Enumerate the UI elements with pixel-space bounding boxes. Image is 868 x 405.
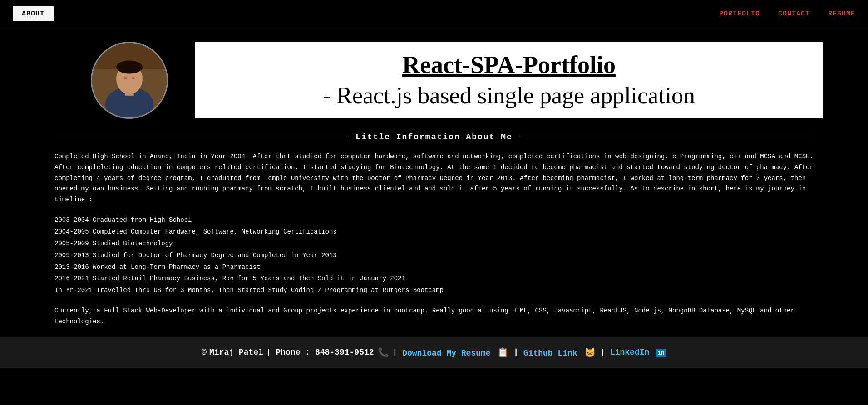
footer-phone-number: 848-391-9512: [315, 348, 374, 357]
timeline-item: 2005-2009 Studied Biotechnology: [54, 238, 814, 250]
footer-github-link-text: Github Link: [523, 349, 577, 358]
about-current: Currently, a Full Stack Web-Developer wi…: [54, 306, 814, 327]
about-bio: Completed High School in Anand, India in…: [54, 151, 814, 205]
nav-resume-link[interactable]: RESUME: [828, 10, 855, 18]
nav-portfolio-link[interactable]: PORTFOLIO: [719, 10, 760, 18]
about-heading-row: Little Information About Me: [54, 132, 814, 142]
hero-title-main: React-SPA-Portfolio: [213, 50, 804, 80]
timeline-item: 2013-2016 Worked at Long-Term Pharmacy a…: [54, 262, 814, 273]
about-section: Little Information About Me Completed Hi…: [0, 128, 868, 337]
footer: © Miraj Patel | Phone : 848-391-9512 📞 |…: [0, 337, 868, 368]
svg-point-7: [132, 77, 135, 79]
timeline-item: 2003-2004 Graduated from High-School: [54, 215, 814, 226]
about-heading: Little Information About Me: [348, 132, 520, 142]
footer-separator3: |: [513, 348, 518, 357]
footer-linkedin-link[interactable]: LinkedIn in: [610, 348, 666, 357]
header: ABOUT PORTFOLIO CONTACT RESUME: [0, 0, 868, 28]
linkedin-icon: in: [656, 349, 666, 357]
nav-right: PORTFOLIO CONTACT RESUME: [719, 10, 855, 18]
footer-resume-link-text: Download My Resume: [402, 349, 490, 358]
title-box: React-SPA-Portfolio - React.js based sin…: [195, 42, 823, 118]
phone-icon: 📞: [378, 347, 389, 358]
footer-resume-link[interactable]: Download My Resume 📋: [402, 347, 508, 358]
footer-phone-label: Phone :: [276, 348, 310, 357]
footer-separator1: |: [266, 348, 271, 357]
footer-separator4: |: [600, 348, 605, 357]
footer-separator2: |: [393, 348, 398, 357]
timeline-item: 2004-2005 Completed Computer Hardware, S…: [54, 226, 814, 238]
nav-contact-link[interactable]: CONTACT: [778, 10, 810, 18]
footer-github-link[interactable]: Github Link 🐱: [523, 347, 596, 358]
github-icon: 🐱: [584, 348, 596, 358]
heading-line-right: [520, 137, 814, 137]
hero-title-sub: - React.js based single page application: [213, 82, 804, 110]
svg-point-6: [124, 77, 127, 79]
avatar-container: [91, 42, 168, 119]
heading-line-left: [54, 137, 348, 137]
footer-name: Miraj Patel: [209, 348, 263, 357]
timeline-item: 2009-2013 Studied for Doctor of Pharmacy…: [54, 250, 814, 262]
svg-point-5: [116, 61, 143, 74]
timeline-item: 2016-2021 Started Retail Pharmacy Busine…: [54, 273, 814, 285]
nav-about-button[interactable]: ABOUT: [13, 6, 54, 21]
footer-copyright-symbol: ©: [202, 348, 207, 357]
timeline-list: 2003-2004 Graduated from High-School2004…: [54, 215, 814, 297]
avatar-image: [92, 42, 167, 119]
hero-section: React-SPA-Portfolio - React.js based sin…: [0, 28, 868, 128]
resume-icon: 📋: [497, 348, 508, 358]
avatar: [91, 42, 168, 119]
footer-linkedin-link-text: LinkedIn: [610, 348, 649, 357]
timeline-item: In Yr-2021 Travelled Thru US for 3 Month…: [54, 285, 814, 297]
